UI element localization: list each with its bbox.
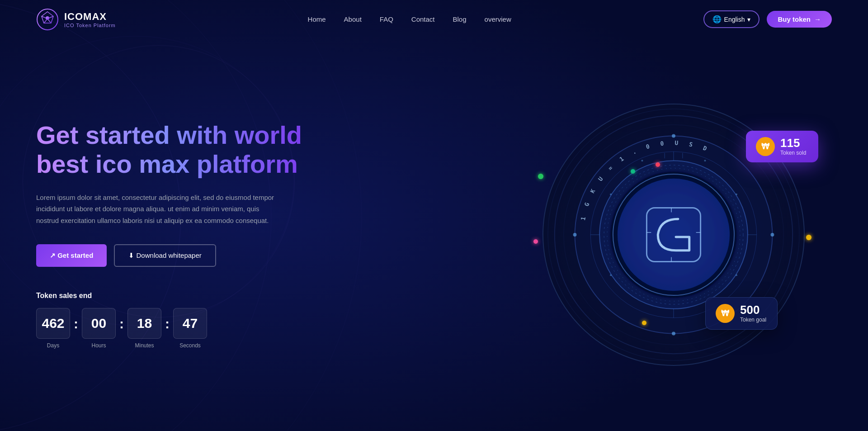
hero-visual: 1 G K U = 1 . 0 0 U S D: [307, 76, 832, 393]
svg-point-41: [704, 160, 706, 161]
token-sold-label: Token sold: [780, 150, 806, 156]
teal-dot-top: [631, 169, 635, 174]
logo[interactable]: ICOMAX ICO Token Platform: [36, 8, 116, 31]
token-goal-number: 500: [740, 304, 766, 316]
get-started-button[interactable]: ↗ Get started: [36, 244, 107, 267]
nav-actions: 🌐 English ▾ Buy token →: [703, 10, 832, 28]
arrow-right-icon: →: [814, 15, 821, 23]
yellow-dot-bottom: [642, 321, 646, 325]
green-dot-left: [538, 174, 543, 179]
days-unit: Days: [47, 342, 59, 349]
hero-content: Get started with world best ico max plat…: [36, 121, 307, 349]
nav-faq[interactable]: FAQ: [380, 15, 393, 23]
svg-point-42: [610, 194, 612, 195]
hours-value: 00: [82, 308, 116, 339]
minutes-unit: Minutes: [135, 342, 154, 349]
svg-point-17: [672, 134, 675, 138]
svg-point-18: [672, 332, 675, 336]
countdown-boxes: 462 Days : 00 Hours : 18 Minutes : 47 Se…: [36, 308, 307, 349]
minutes-value: 18: [127, 308, 161, 339]
svg-point-40: [641, 160, 643, 161]
logo-icon: [36, 8, 59, 31]
hero-title: Get started with world best ico max plat…: [36, 121, 307, 179]
seconds-value: 47: [173, 308, 207, 339]
token-goal-label: Token goal: [740, 317, 766, 323]
separator-1: :: [74, 308, 78, 332]
svg-line-10: [44, 20, 47, 23]
svg-point-43: [736, 194, 737, 195]
globe-icon: 🌐: [712, 15, 722, 24]
buy-token-label: Buy token: [778, 15, 811, 23]
token-goal-icon: ₩: [716, 304, 735, 323]
token-sold-icon: ₩: [756, 137, 775, 156]
countdown-label: Token sales end: [36, 292, 307, 300]
download-whitepaper-button[interactable]: ⬇ Download whitepaper: [114, 244, 216, 267]
nav-contact[interactable]: Contact: [411, 15, 435, 23]
nav-blog[interactable]: Blog: [453, 15, 467, 23]
svg-point-20: [771, 233, 774, 237]
navbar: ICOMAX ICO Token Platform Home About FAQ…: [0, 0, 868, 38]
hero-section: Get started with world best ico max plat…: [0, 38, 868, 431]
red-dot-top: [656, 162, 660, 167]
svg-point-19: [573, 233, 577, 237]
nav-about[interactable]: About: [344, 15, 362, 23]
brand-tagline: ICO Token Platform: [64, 23, 116, 28]
nav-overview[interactable]: overview: [485, 15, 511, 23]
nav-home[interactable]: Home: [308, 15, 326, 23]
svg-point-45: [736, 274, 737, 276]
countdown-seconds: 47 Seconds: [173, 308, 207, 349]
separator-3: :: [165, 308, 170, 332]
svg-point-44: [610, 274, 612, 276]
token-goal-info: 500 Token goal: [740, 304, 766, 323]
seconds-unit: Seconds: [179, 342, 201, 349]
token-sold-number: 115: [780, 137, 806, 149]
yellow-dot-right: [806, 235, 811, 240]
buy-token-button[interactable]: Buy token →: [767, 11, 832, 28]
hours-unit: Hours: [91, 342, 106, 349]
countdown-hours: 00 Hours: [82, 308, 116, 349]
countdown-section: Token sales end 462 Days : 00 Hours : 18…: [36, 292, 307, 349]
language-label: English: [724, 16, 745, 23]
token-goal-card: ₩ 500 Token goal: [705, 297, 778, 330]
token-sold-info: 115 Token sold: [780, 137, 806, 156]
days-value: 462: [36, 308, 70, 339]
hero-description: Lorem ipsum dolor sit amet, consectetur …: [36, 192, 280, 227]
hero-buttons: ↗ Get started ⬇ Download whitepaper: [36, 244, 307, 267]
pink-dot-left: [533, 239, 538, 244]
svg-line-9: [48, 20, 51, 23]
svg-point-27: [618, 179, 730, 291]
countdown-minutes: 18 Minutes: [127, 308, 161, 349]
nav-links: Home About FAQ Contact Blog overview: [308, 15, 511, 24]
language-selector[interactable]: 🌐 English ▾: [703, 10, 760, 28]
chevron-down-icon: ▾: [747, 16, 750, 23]
countdown-days: 462 Days: [36, 308, 70, 349]
svg-point-12: [46, 16, 49, 20]
brand-name: ICOMAX: [64, 11, 116, 23]
coin-container: 1 G K U = 1 . 0 0 U S D: [542, 104, 805, 366]
separator-2: :: [119, 308, 124, 332]
token-sold-card: ₩ 115 Token sold: [746, 131, 818, 162]
